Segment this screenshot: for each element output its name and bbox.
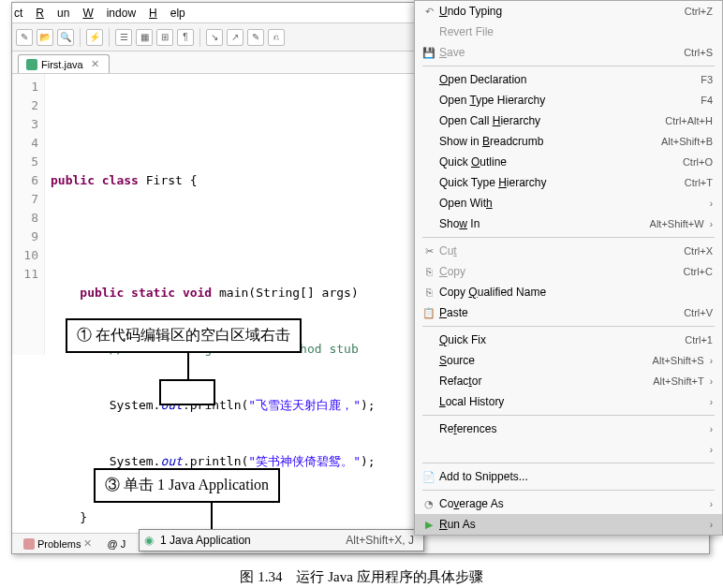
submenu-arrow-icon: › bbox=[710, 198, 713, 209]
coverage-icon: ◔ bbox=[419, 498, 439, 510]
menu-local-history[interactable]: Local History› bbox=[415, 391, 722, 412]
java-app-icon: ◉ bbox=[140, 534, 158, 547]
menu-undo[interactable]: ↶Undo TypingCtrl+Z bbox=[415, 1, 722, 22]
run-as-submenu: ◉ 1 Java Application Alt+Shift+X, J bbox=[139, 529, 424, 551]
menu-add-snippets[interactable]: 📄Add to Snippets... bbox=[415, 466, 722, 487]
tb-btn[interactable]: ✎ bbox=[16, 29, 33, 46]
tab-javadoc[interactable]: @ J bbox=[99, 538, 133, 550]
undo-icon: ↶ bbox=[419, 6, 439, 18]
line-gutter: 123 4 567 891011 bbox=[12, 74, 45, 355]
menu-show-breadcrumb[interactable]: Show in BreadcrumbAlt+Shift+B bbox=[415, 131, 722, 152]
submenu-arrow-icon: › bbox=[710, 424, 713, 434]
run-icon: ▶ bbox=[419, 519, 439, 531]
annotation-target-box bbox=[159, 379, 215, 405]
menu-quick-fix[interactable]: Quick FixCtrl+1 bbox=[415, 330, 722, 350]
close-icon[interactable]: ✕ bbox=[91, 58, 99, 70]
save-icon: 💾 bbox=[419, 47, 439, 59]
copy-icon: ⎘ bbox=[419, 287, 439, 298]
tb-btn[interactable]: ☰ bbox=[115, 29, 132, 46]
tb-btn[interactable]: 📂 bbox=[37, 29, 53, 46]
tb-btn[interactable]: ⊞ bbox=[156, 29, 173, 46]
menu-open-type-hierarchy[interactable]: Open Type HierarchyF4 bbox=[415, 90, 722, 110]
context-menu: ↶Undo TypingCtrl+Z Revert File 💾SaveCtrl… bbox=[414, 0, 723, 536]
submenu-arrow-icon: › bbox=[710, 499, 713, 509]
cut-icon: ✂ bbox=[419, 245, 439, 257]
submenu-shortcut: Alt+Shift+X, J bbox=[346, 534, 423, 547]
menu-coverage-as[interactable]: ◔Coverage As› bbox=[415, 493, 722, 514]
submenu-arrow-icon: › bbox=[710, 520, 713, 530]
tb-btn[interactable]: ⚡ bbox=[86, 29, 103, 46]
menu-refactor[interactable]: RefactorAlt+Shift+T› bbox=[415, 371, 722, 391]
tb-btn[interactable]: ⎌ bbox=[268, 29, 285, 46]
tab-first-java[interactable]: First.java ✕ bbox=[18, 54, 110, 73]
submenu-item-java-app[interactable]: 1 Java Application bbox=[158, 534, 346, 547]
menu-copy-qualified[interactable]: ⎘Copy Qualified Name bbox=[415, 282, 722, 302]
menu-save: 💾SaveCtrl+S bbox=[415, 42, 722, 63]
tb-btn[interactable]: ¶ bbox=[177, 29, 194, 46]
submenu-arrow-icon: › bbox=[710, 376, 713, 387]
paste-icon: 📋 bbox=[419, 307, 439, 319]
menu-open-with[interactable]: Open With› bbox=[415, 193, 722, 213]
tab-problems[interactable]: Problems ✕ bbox=[16, 537, 99, 550]
menu-open-call-hierarchy[interactable]: Open Call HierarchyCtrl+Alt+H bbox=[415, 110, 722, 131]
tb-btn[interactable]: ✎ bbox=[247, 29, 264, 46]
menu-run[interactable]: Run bbox=[36, 7, 69, 20]
figure-caption: 图 1.34 运行 Java 应用程序的具体步骤 bbox=[0, 568, 723, 586]
snippet-icon: 📄 bbox=[419, 471, 439, 483]
menu-source[interactable]: SourceAlt+Shift+S› bbox=[415, 350, 722, 371]
problems-icon bbox=[23, 538, 35, 550]
annotation-3: ③ 单击 1 Java Application bbox=[94, 468, 280, 503]
tb-btn[interactable]: ▦ bbox=[136, 29, 153, 46]
menu-quick-type-hierarchy[interactable]: Quick Type HierarchyCtrl+T bbox=[415, 172, 722, 193]
code-area[interactable]: public class First { public static void … bbox=[45, 74, 376, 355]
tab-label: First.java bbox=[41, 59, 83, 70]
menu-copy: ⎘CopyCtrl+C bbox=[415, 261, 722, 282]
menu-run-as[interactable]: ▶Run As› bbox=[415, 514, 722, 535]
tb-btn[interactable]: ↘ bbox=[206, 29, 223, 46]
menu-cut: ✂CutCtrl+X bbox=[415, 241, 722, 261]
copy-icon: ⎘ bbox=[419, 266, 439, 277]
tb-btn[interactable]: ↗ bbox=[227, 29, 243, 46]
menu-show-in[interactable]: Show InAlt+Shift+W› bbox=[415, 213, 722, 234]
menu-quick-outline[interactable]: Quick OutlineCtrl+O bbox=[415, 152, 722, 172]
menu-help[interactable]: Help bbox=[149, 7, 185, 20]
menu-revert: Revert File bbox=[415, 22, 722, 42]
menu-paste[interactable]: 📋PasteCtrl+V bbox=[415, 302, 722, 323]
submenu-arrow-icon: › bbox=[710, 445, 713, 455]
tb-btn[interactable]: 🔍 bbox=[57, 29, 74, 46]
menu-references[interactable]: References› bbox=[415, 419, 722, 439]
menu-open-declaration[interactable]: Open DeclarationF3 bbox=[415, 69, 722, 90]
annotation-1: ① 在代码编辑区的空白区域右击 bbox=[66, 318, 302, 353]
menu-truncated[interactable]: ct bbox=[14, 7, 22, 20]
java-file-icon bbox=[26, 59, 37, 70]
menu-window[interactable]: Window bbox=[82, 7, 136, 20]
submenu-arrow-icon: › bbox=[710, 219, 713, 229]
menu-blank[interactable]: › bbox=[415, 439, 722, 460]
submenu-arrow-icon: › bbox=[710, 397, 713, 407]
submenu-arrow-icon: › bbox=[710, 356, 713, 366]
